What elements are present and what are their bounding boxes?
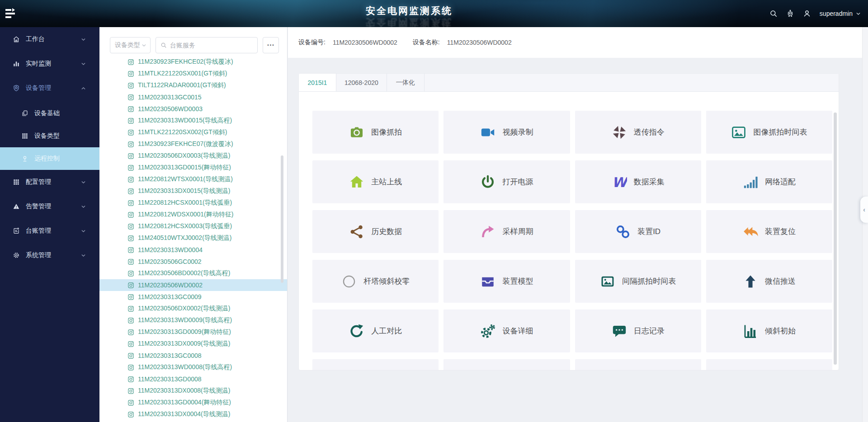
device-item[interactable]: 11M20230506BD0002(导线高程) bbox=[99, 267, 287, 279]
tab-2015i1[interactable]: 2015I1 bbox=[299, 74, 336, 91]
action-card-interval-capture-schedule[interactable]: 间隔抓拍时间表 bbox=[575, 260, 701, 303]
device-item[interactable]: 11M20230506WD0002 bbox=[99, 279, 287, 291]
search-icon bbox=[160, 42, 167, 48]
device-item[interactable]: 11M20230506GC0002 bbox=[99, 256, 287, 267]
more-options-button[interactable]: ... bbox=[263, 37, 279, 53]
action-card-data-collect[interactable]: W数据采集 bbox=[575, 160, 701, 203]
device-item[interactable]: 11MTLK221220SX001(GT倾斜) bbox=[99, 68, 287, 80]
device-item[interactable]: 11M20230313GD0008 bbox=[99, 373, 287, 385]
device-item-label: 11M20230313DX0004(导线测温) bbox=[138, 410, 230, 418]
sidebar-item-config-manage[interactable]: 配置管理 bbox=[0, 170, 99, 194]
action-card-device-id[interactable]: 装置ID bbox=[575, 210, 701, 253]
action-card-power-on[interactable]: 打开电源 bbox=[443, 160, 570, 203]
grid-icon bbox=[21, 132, 28, 140]
device-item[interactable]: 11M20230313GD0004(舞动特征) bbox=[99, 397, 287, 408]
menu-collapse-icon[interactable] bbox=[5, 8, 17, 19]
user-icon[interactable] bbox=[803, 9, 811, 18]
action-card-tower-tilt-zero[interactable]: 杆塔倾斜校零 bbox=[312, 260, 439, 303]
sidebar-item-realtime-monitor[interactable]: 实时监测 bbox=[0, 52, 99, 76]
sidebar-item-ledger-manage[interactable]: 台账管理 bbox=[0, 219, 99, 243]
action-card-device-model[interactable]: 装置模型 bbox=[443, 260, 570, 303]
device-item[interactable]: 11MTLK221220SX002(GT倾斜) bbox=[99, 127, 287, 138]
sidebar-item-device-base[interactable]: 设备基础 bbox=[0, 102, 99, 125]
device-item[interactable]: 11M20230313WD0015(导线高程) bbox=[99, 115, 287, 127]
image-outline-icon bbox=[731, 125, 746, 140]
action-card-image-capture-schedule[interactable]: 图像抓拍时间表 bbox=[706, 111, 832, 154]
device-item[interactable]: 11M220812WDSX0001(舞动特征) bbox=[99, 209, 287, 220]
device-item[interactable]: 11M20230313WD0004 bbox=[99, 244, 287, 256]
robot-icon[interactable] bbox=[786, 9, 794, 18]
page-scrollbar-track[interactable] bbox=[862, 27, 868, 422]
device-icon bbox=[127, 211, 134, 218]
device-item[interactable]: 11M20230313GD0009(舞动特征) bbox=[99, 326, 287, 338]
action-card-master-online[interactable]: 主站上线 bbox=[312, 160, 439, 203]
protocol-tabs: 2015I112068-2020一体化 bbox=[299, 74, 839, 92]
device-item[interactable]: 11M230923FEKHCE07(微波覆冰) bbox=[99, 138, 287, 150]
action-card-partial[interactable] bbox=[312, 359, 439, 370]
device-type-select[interactable]: 设备类型 bbox=[110, 37, 151, 53]
device-item[interactable]: 11M20230506WD0003 bbox=[99, 103, 287, 115]
action-grid-scrollbar[interactable] bbox=[834, 113, 837, 365]
action-grid-area: 图像抓拍视频录制透传指令图像抓拍时间表主站上线打开电源W数据采集网络适配历史数据… bbox=[299, 92, 839, 370]
device-item[interactable]: 11M20230313DX0009(导线测温) bbox=[99, 338, 287, 350]
action-card-sample-period[interactable]: 采样周期 bbox=[443, 210, 570, 253]
device-search-input[interactable] bbox=[170, 42, 253, 49]
action-card-log-record[interactable]: 日志记录 bbox=[575, 309, 701, 352]
device-item[interactable]: 11M20230313WD0008(导线高程) bbox=[99, 361, 287, 373]
action-card-passthrough-command[interactable]: 透传指令 bbox=[575, 111, 701, 154]
device-item-label: 11M20230506GC0002 bbox=[138, 258, 202, 265]
device-icon bbox=[127, 317, 134, 324]
action-card-partial[interactable] bbox=[443, 359, 570, 370]
sidebar-item-system-manage[interactable]: 系统管理 bbox=[0, 243, 99, 267]
device-item[interactable]: 11M20230313DX0008(导线测温) bbox=[99, 385, 287, 397]
device-item[interactable]: 11M220812HCSX0003(导线弧垂) bbox=[99, 220, 287, 232]
device-item[interactable]: 11M20230313GC0015 bbox=[99, 91, 287, 103]
tab-yitihua[interactable]: 一体化 bbox=[387, 74, 425, 91]
action-card-network-adapt[interactable]: 网络适配 bbox=[706, 160, 832, 203]
chevron-up-icon bbox=[81, 86, 86, 91]
chat-bubble-icon bbox=[612, 324, 627, 339]
action-card-video-record[interactable]: 视频录制 bbox=[443, 111, 570, 154]
curved-arrow-icon bbox=[480, 224, 495, 239]
action-card-partial[interactable] bbox=[575, 359, 701, 370]
device-item[interactable]: 11M20230313WD0009(导线高程) bbox=[99, 314, 287, 326]
device-item[interactable]: 11M20230506DX0003(导线测温) bbox=[99, 150, 287, 162]
tab-12068-2020[interactable]: 12068-2020 bbox=[336, 74, 387, 91]
sidebar-item-label: 设备类型 bbox=[34, 132, 86, 140]
action-card-wechat-push[interactable]: 微信推送 bbox=[706, 260, 832, 303]
sidebar-item-device-type[interactable]: 设备类型 bbox=[0, 125, 99, 147]
sidebar-item-remote-control[interactable]: 远程控制 bbox=[0, 147, 99, 170]
device-item[interactable]: 11M240510WTXJ0002(导线测温) bbox=[99, 232, 287, 244]
action-card-history-data[interactable]: 历史数据 bbox=[312, 210, 439, 253]
sidebar-item-alarm-manage[interactable]: 告警管理 bbox=[0, 194, 99, 219]
sidebar-item-label: 实时监测 bbox=[26, 60, 81, 68]
sidebar-item-workbench[interactable]: 工作台 bbox=[0, 27, 99, 52]
device-item[interactable]: 11M20230313DX0015(导线测温) bbox=[99, 185, 287, 197]
device-item[interactable]: 11M20230313GC0008 bbox=[99, 350, 287, 361]
device-item[interactable]: 11M220812WTSX0001(导线测温) bbox=[99, 173, 287, 185]
device-list-scrollbar[interactable] bbox=[281, 155, 283, 283]
search-icon[interactable] bbox=[769, 9, 778, 18]
sidebar-item-device-manage[interactable]: 设备管理 bbox=[0, 76, 99, 100]
device-item[interactable]: 11M220812HCSX0001(导线弧垂) bbox=[99, 197, 287, 209]
action-card-manual-compare[interactable]: 人工对比 bbox=[312, 309, 439, 352]
action-card-device-detail[interactable]: 设备详细 bbox=[443, 309, 570, 352]
device-icon bbox=[127, 270, 134, 277]
device-icon bbox=[127, 388, 134, 394]
action-card-tilt-init[interactable]: 倾斜初始 bbox=[706, 309, 832, 352]
user-menu[interactable]: superadmin bbox=[820, 10, 861, 17]
device-item[interactable]: 11M20230313GC0009 bbox=[99, 291, 287, 303]
device-item[interactable]: 11M230923FEKHCE02(导线覆冰) bbox=[99, 56, 287, 68]
sidebar-item-label: 配置管理 bbox=[26, 178, 81, 186]
action-card-device-reset[interactable]: 装置复位 bbox=[706, 210, 832, 253]
device-icon bbox=[127, 282, 134, 289]
panel-collapse-handle[interactable]: ‹ bbox=[860, 197, 868, 223]
device-item[interactable]: 11M20230313DX0004(导线测温) bbox=[99, 408, 287, 419]
action-card-label: 人工对比 bbox=[371, 326, 402, 336]
action-card-partial[interactable] bbox=[706, 359, 832, 370]
action-card-image-capture[interactable]: 图像抓拍 bbox=[312, 111, 439, 154]
device-icon bbox=[127, 376, 134, 383]
device-item[interactable]: TILT1122RADAR0001(GT倾斜) bbox=[99, 80, 287, 91]
device-item[interactable]: 11M20230506DX0002(导线测温) bbox=[99, 303, 287, 314]
device-item[interactable]: 11M20230313GD0015(舞动特征) bbox=[99, 162, 287, 173]
